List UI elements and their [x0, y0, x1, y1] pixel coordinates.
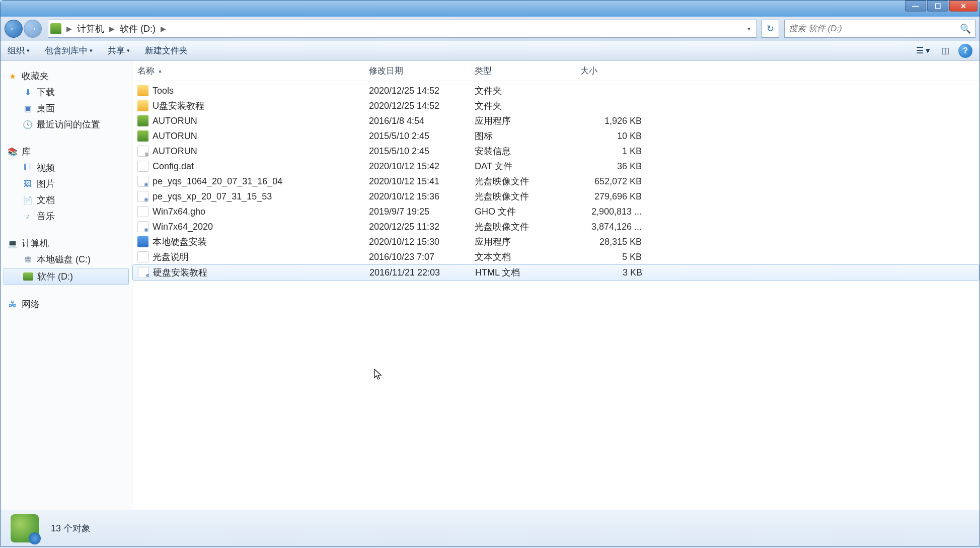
- share-menu[interactable]: 共享▾: [108, 45, 130, 56]
- file-type: 应用程序: [475, 115, 580, 127]
- search-icon[interactable]: 🔍: [960, 23, 971, 34]
- titlebar[interactable]: — ☐ ✕: [1, 1, 979, 17]
- column-headers: 名称▲ 修改日期 类型 大小: [132, 61, 979, 81]
- sidebar-computer[interactable]: 💻计算机: [1, 235, 132, 251]
- search-input[interactable]: [789, 24, 960, 34]
- file-date: 2020/12/25 14:52: [369, 101, 475, 111]
- documents-icon: 📄: [23, 195, 33, 205]
- file-name: AUTORUN: [153, 146, 197, 157]
- explorer-window: — ☐ ✕ ← → ▶ 计算机 ▶ 软件 (D:) ▶ ▾ ↻ 🔍 组织▾: [0, 0, 980, 546]
- file-size: 1 KB: [580, 146, 646, 157]
- col-modified[interactable]: 修改日期: [369, 65, 475, 77]
- chevron-right-icon[interactable]: ▶: [63, 25, 75, 33]
- preview-pane-button[interactable]: ◫: [938, 44, 952, 58]
- file-rows: Tools2020/12/25 14:52文件夹U盘安装教程2020/12/25…: [132, 81, 979, 281]
- navigation-sidebar: ★收藏夹 ⬇下载 ▣桌面 🕓最近访问的位置 📚库 🎞视频 🖼图片 📄文档 ♪音乐…: [1, 61, 132, 510]
- content-area: ★收藏夹 ⬇下载 ▣桌面 🕓最近访问的位置 📚库 🎞视频 🖼图片 📄文档 ♪音乐…: [1, 61, 979, 510]
- file-row[interactable]: AUTORUN2015/5/10 2:45安装信息1 KB: [132, 144, 979, 159]
- file-row[interactable]: Tools2020/12/25 14:52文件夹: [132, 83, 979, 98]
- file-row[interactable]: pe_yqs_1064_20_07_31_16_042020/10/12 15:…: [132, 174, 979, 189]
- breadcrumb: ▶ 计算机 ▶ 软件 (D:) ▶: [63, 22, 169, 36]
- address-bar[interactable]: ▶ 计算机 ▶ 软件 (D:) ▶ ▾: [48, 20, 757, 38]
- network-icon: 🖧: [8, 299, 18, 309]
- sidebar-pictures[interactable]: 🖼图片: [1, 176, 132, 192]
- minimize-button[interactable]: —: [905, 1, 926, 12]
- include-menu[interactable]: 包含到库中▾: [45, 45, 93, 56]
- sidebar-network[interactable]: 🖧网络: [1, 296, 132, 312]
- file-row[interactable]: AUTORUN2015/5/10 2:45图标10 KB: [132, 128, 979, 144]
- file-date: 2015/5/10 2:45: [369, 131, 475, 142]
- sidebar-library[interactable]: 📚库: [1, 144, 132, 160]
- status-text: 13 个对象: [51, 522, 91, 534]
- chevron-right-icon[interactable]: ▶: [106, 25, 118, 33]
- file-name: Tools: [153, 86, 174, 96]
- file-row[interactable]: 硬盘安装教程2016/11/21 22:03HTML 文档3 KB: [132, 264, 979, 281]
- file-size: 28,315 KB: [580, 237, 646, 247]
- recent-icon: 🕓: [23, 119, 33, 129]
- breadcrumb-drive[interactable]: 软件 (D:): [118, 22, 158, 36]
- file-name: AUTORUN: [153, 131, 197, 142]
- sidebar-recent[interactable]: 🕓最近访问的位置: [1, 116, 132, 132]
- file-type: 光盘映像文件: [475, 221, 580, 233]
- file-type: 文件夹: [475, 100, 580, 112]
- file-name: 本地硬盘安装: [153, 236, 207, 248]
- sidebar-documents[interactable]: 📄文档: [1, 192, 132, 208]
- file-row[interactable]: AUTORUN2016/1/8 4:54应用程序1,926 KB: [132, 113, 979, 128]
- sidebar-desktop[interactable]: ▣桌面: [1, 100, 132, 116]
- file-size: 10 KB: [580, 131, 646, 142]
- file-row[interactable]: Config.dat2020/10/12 15:42DAT 文件36 KB: [132, 159, 979, 174]
- sidebar-favorites[interactable]: ★收藏夹: [1, 68, 132, 84]
- view-options-button[interactable]: ☰▾: [914, 44, 932, 57]
- file-date: 2019/9/7 19:25: [369, 207, 475, 217]
- drive-icon: ⛃: [23, 254, 33, 264]
- sidebar-drive-c[interactable]: ⛃本地磁盘 (C:): [1, 251, 132, 267]
- ico-icon: [137, 130, 148, 142]
- file-date: 2020/10/12 15:36: [369, 191, 475, 202]
- file-row[interactable]: 光盘说明2016/10/23 7:07文本文档5 KB: [132, 249, 979, 264]
- new-folder-button[interactable]: 新建文件夹: [145, 45, 188, 56]
- maximize-button[interactable]: ☐: [927, 1, 948, 12]
- col-name[interactable]: 名称▲: [137, 65, 369, 77]
- file-type: 文本文档: [475, 251, 580, 263]
- file-row[interactable]: U盘安装教程2020/12/25 14:52文件夹: [132, 98, 979, 113]
- file-list: 名称▲ 修改日期 类型 大小 Tools2020/12/25 14:52文件夹U…: [132, 61, 979, 510]
- help-button[interactable]: ?: [958, 44, 972, 58]
- breadcrumb-computer[interactable]: 计算机: [75, 22, 106, 36]
- col-size[interactable]: 大小: [580, 65, 646, 77]
- drive-icon: [50, 23, 61, 34]
- file-type: 图标: [475, 130, 580, 142]
- file-date: 2020/12/25 14:52: [369, 86, 475, 96]
- file-row[interactable]: pe_yqs_xp_20_07_31_15_532020/10/12 15:36…: [132, 189, 979, 204]
- folder-icon: [137, 85, 148, 96]
- file-row[interactable]: Win7x64.gho2019/9/7 19:25GHO 文件2,900,813…: [132, 204, 979, 219]
- address-dropdown[interactable]: ▾: [743, 25, 755, 32]
- file-row[interactable]: 本地硬盘安装2020/10/12 15:30应用程序28,315 KB: [132, 234, 979, 249]
- chevron-right-icon[interactable]: ▶: [158, 25, 169, 33]
- file-size: 3 KB: [581, 267, 646, 278]
- file-row[interactable]: Win7x64_20202020/12/25 11:32光盘映像文件3,874,…: [132, 219, 979, 234]
- drive-icon: [23, 271, 33, 282]
- sidebar-video[interactable]: 🎞视频: [1, 160, 132, 176]
- refresh-button[interactable]: ↻: [761, 20, 779, 38]
- organize-menu[interactable]: 组织▾: [8, 45, 30, 56]
- sidebar-music[interactable]: ♪音乐: [1, 208, 132, 224]
- sidebar-downloads[interactable]: ⬇下载: [1, 84, 132, 100]
- file-name: 光盘说明: [153, 251, 189, 263]
- close-button[interactable]: ✕: [949, 1, 977, 12]
- file-size: 1,926 KB: [580, 116, 646, 126]
- file-name: Win7x64_2020: [153, 222, 213, 232]
- col-type[interactable]: 类型: [475, 65, 580, 77]
- gho-icon: [137, 206, 148, 217]
- command-toolbar: 组织▾ 包含到库中▾ 共享▾ 新建文件夹 ☰▾ ◫ ?: [1, 41, 979, 61]
- file-date: 2020/12/25 11:32: [369, 222, 475, 232]
- file-name: Config.dat: [153, 161, 194, 172]
- sidebar-drive-d[interactable]: 软件 (D:): [4, 268, 129, 285]
- window-controls: — ☐ ✕: [905, 1, 977, 12]
- file-date: 2015/5/10 2:45: [369, 146, 475, 157]
- file-size: 652,072 KB: [580, 176, 646, 187]
- desktop-icon: ▣: [23, 103, 33, 113]
- forward-button[interactable]: →: [24, 20, 42, 38]
- back-button[interactable]: ←: [5, 20, 23, 38]
- file-name: pe_yqs_xp_20_07_31_15_53: [153, 191, 272, 202]
- nav-arrows: ← →: [5, 20, 42, 38]
